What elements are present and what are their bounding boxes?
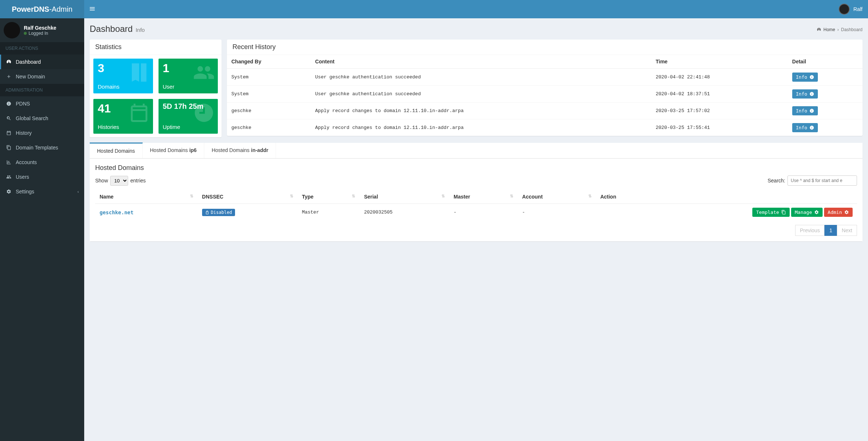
- col-dnssec[interactable]: DNSSEC⇅: [198, 190, 298, 204]
- sort-icon: ⇅: [588, 194, 592, 199]
- stat-domains[interactable]: 3 Domains: [93, 59, 153, 93]
- entries-label: entries: [130, 178, 146, 184]
- sidebar-item-global-search[interactable]: Global Search: [0, 111, 84, 126]
- pagination-next[interactable]: Next: [837, 225, 857, 236]
- calendar-icon: [128, 101, 150, 126]
- user-name: Ralf Geschke: [24, 25, 56, 31]
- calendar-icon: [5, 130, 12, 136]
- cell-changed-by: geschke: [227, 103, 311, 119]
- col-serial[interactable]: Serial⇅: [360, 190, 449, 204]
- cell-detail: Info: [788, 119, 863, 136]
- cell-detail: Info: [788, 86, 863, 103]
- info-button[interactable]: Info: [792, 89, 818, 99]
- copy-icon: [781, 210, 786, 215]
- search-icon: [5, 115, 12, 121]
- plus-icon: [5, 74, 12, 79]
- avatar[interactable]: [839, 4, 850, 15]
- cell-time: 2020-04-02 18:37:51: [651, 86, 788, 103]
- sidebar-item-pdns[interactable]: PDNS: [0, 96, 84, 111]
- cell-master: -: [449, 204, 518, 220]
- pagination-prev[interactable]: Previous: [795, 225, 824, 236]
- sort-icon: ⇅: [290, 194, 293, 199]
- domain-link[interactable]: geschke.net: [100, 210, 134, 215]
- col-action: Action: [596, 190, 857, 204]
- show-label: Show: [95, 178, 108, 184]
- col-time: Time: [651, 55, 788, 68]
- search-input[interactable]: [787, 175, 857, 186]
- table-row: SystemUser geschke authentication succee…: [227, 86, 863, 103]
- nav-header-administration: ADMINISTRATION: [0, 84, 84, 96]
- search-label: Search:: [768, 178, 785, 184]
- sidebar-item-settings[interactable]: Settings ‹: [0, 184, 84, 199]
- col-content: Content: [311, 55, 651, 68]
- users-icon: [193, 61, 215, 86]
- breadcrumb-home[interactable]: Home: [823, 27, 835, 32]
- info-button[interactable]: Info: [792, 123, 818, 132]
- sidebar-item-new-domain[interactable]: New Domain: [0, 69, 84, 84]
- info-icon: [809, 75, 814, 79]
- sidebar-toggle[interactable]: [84, 5, 100, 13]
- col-name[interactable]: Name⇅: [95, 190, 198, 204]
- copy-icon: [5, 145, 12, 151]
- sidebar-item-users[interactable]: Users: [0, 170, 84, 184]
- pagination-page-1[interactable]: 1: [824, 225, 837, 236]
- info-icon: [809, 92, 814, 96]
- info-icon: [5, 101, 12, 107]
- sort-icon: ⇅: [352, 194, 355, 199]
- template-button[interactable]: Template: [752, 208, 790, 217]
- table-row: geschkeApply record changes to domain 12…: [227, 103, 863, 119]
- sidebar-item-accounts[interactable]: Accounts: [0, 155, 84, 170]
- sidebar-item-domain-templates[interactable]: Domain Templates: [0, 140, 84, 155]
- col-account[interactable]: Account⇅: [518, 190, 596, 204]
- cell-content: Apply record changes to domain 12.11.10.…: [311, 103, 651, 119]
- info-icon: [809, 108, 814, 113]
- sidebar-item-dashboard[interactable]: Dashboard: [0, 55, 84, 69]
- cell-dnssec: Disabled: [198, 204, 298, 220]
- cell-name: geschke.net: [95, 204, 198, 220]
- info-button[interactable]: Info: [792, 106, 818, 115]
- user-status: Logged In: [24, 31, 56, 36]
- tab-hosted-domains-ip6[interactable]: Hosted Domains ip6: [143, 143, 205, 158]
- nav-header-user-actions: USER ACTIONS: [0, 42, 84, 55]
- page-size-select[interactable]: 10: [110, 176, 128, 186]
- topbar-username[interactable]: Ralf: [853, 6, 863, 12]
- stat-uptime[interactable]: 5D 17h 25m Uptime: [159, 99, 218, 134]
- tab-hosted-domains[interactable]: Hosted Domains: [90, 142, 143, 158]
- cell-time: 2020-03-25 17:55:41: [651, 119, 788, 136]
- dashboard-icon: [817, 27, 821, 32]
- table-row: SystemUser geschke authentication succee…: [227, 68, 863, 86]
- manage-button[interactable]: Manage: [791, 208, 823, 217]
- statistics-title: Statistics: [95, 43, 216, 51]
- bars-icon: [89, 5, 96, 12]
- dnssec-badge[interactable]: Disabled: [202, 209, 235, 216]
- dashboard-icon: [5, 59, 12, 65]
- breadcrumb: Home › Dashboard: [817, 27, 863, 32]
- cell-changed-by: System: [227, 86, 311, 103]
- user-panel: Ralf Geschke Logged In: [0, 18, 84, 42]
- tab-hosted-domains-in-addr[interactable]: Hosted Domains in-addr: [204, 143, 276, 158]
- sort-icon: ⇅: [190, 194, 193, 199]
- users-icon: [5, 174, 12, 180]
- sidebar-item-history[interactable]: History: [0, 126, 84, 140]
- cell-detail: Info: [788, 103, 863, 119]
- cell-time: 2020-04-02 22:41:48: [651, 68, 788, 86]
- app-logo[interactable]: PowerDNS-Admin: [0, 0, 84, 18]
- sort-icon: ⇅: [442, 194, 445, 199]
- book-icon: [128, 61, 150, 86]
- cell-changed-by: geschke: [227, 119, 311, 136]
- admin-button[interactable]: Admin: [824, 208, 853, 217]
- table-row: geschke.net DisabledMaster2020032505--Te…: [95, 204, 857, 220]
- cell-content: User geschke authentication succeeded: [311, 86, 651, 103]
- col-master[interactable]: Master⇅: [449, 190, 518, 204]
- page-subtitle: Info: [135, 27, 145, 33]
- cell-time: 2020-03-25 17:57:02: [651, 103, 788, 119]
- stat-user[interactable]: 1 User: [159, 59, 218, 93]
- stat-histories[interactable]: 41 Histories: [93, 99, 153, 134]
- col-type[interactable]: Type⇅: [298, 190, 360, 204]
- cell-detail: Info: [788, 68, 863, 86]
- chart-icon: [5, 159, 12, 165]
- info-icon: [809, 125, 814, 130]
- info-button[interactable]: Info: [792, 73, 818, 82]
- cell-type: Master: [298, 204, 360, 220]
- lock-icon: [205, 210, 209, 215]
